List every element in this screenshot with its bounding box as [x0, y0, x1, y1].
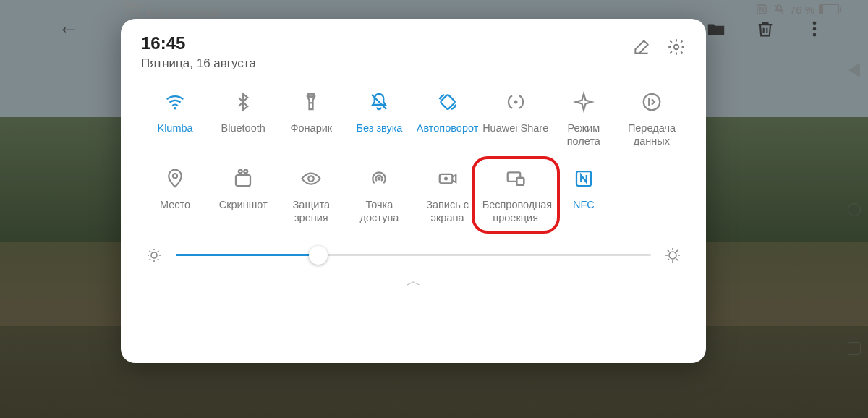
nfc-icon — [571, 166, 596, 191]
svg-point-5 — [813, 33, 817, 37]
tile-airplane[interactable]: Режим полета — [550, 87, 618, 150]
brightness-high-icon — [664, 247, 681, 264]
tile-label: Huawei Share — [482, 121, 548, 135]
gear-icon[interactable] — [667, 38, 686, 56]
nav-back-icon[interactable] — [848, 63, 860, 77]
svg-point-4 — [813, 27, 817, 31]
svg-point-13 — [173, 174, 177, 178]
tile-label: Автоповорот — [417, 121, 479, 135]
trash-icon[interactable] — [755, 19, 775, 39]
brightness-slider[interactable] — [141, 247, 686, 264]
nav-recent-icon[interactable] — [848, 342, 861, 355]
eyecare-icon — [299, 166, 323, 191]
svg-point-7 — [174, 107, 176, 110]
tile-location[interactable]: Место — [141, 163, 209, 227]
svg-point-9 — [310, 102, 312, 104]
huaweishare-icon — [503, 90, 528, 114]
svg-point-26 — [669, 252, 676, 259]
tile-label: NFC — [573, 198, 595, 211]
svg-point-20 — [444, 177, 448, 181]
folder-icon[interactable] — [706, 19, 726, 39]
tile-label: Режим полета — [550, 121, 617, 148]
quick-settings-panel: 16:45 Пятница, 16 августа KlumbaBluetoot… — [121, 19, 706, 363]
tile-label: Klumba — [157, 121, 192, 135]
more-icon[interactable] — [804, 19, 825, 39]
tile-label: Место — [160, 198, 190, 211]
panel-date: Пятница, 16 августа — [141, 56, 256, 71]
tile-huaweishare[interactable]: Huawei Share — [482, 87, 550, 150]
bluetooth-icon — [231, 90, 255, 114]
svg-point-6 — [674, 45, 679, 50]
tile-bluetooth[interactable]: Bluetooth — [209, 87, 277, 150]
tile-label: Защита зрения — [278, 198, 344, 224]
tile-flashlight[interactable]: Фонарик — [277, 87, 345, 150]
tile-data[interactable]: Передача данных — [618, 87, 686, 150]
svg-point-11 — [514, 101, 517, 104]
expand-chevron-icon[interactable]: ︿ — [407, 271, 421, 291]
mute-icon — [367, 90, 391, 114]
tile-eyecare[interactable]: Защита зрения — [277, 163, 345, 227]
svg-rect-14 — [236, 175, 250, 186]
brightness-track[interactable] — [176, 254, 651, 256]
screenshot-icon — [231, 166, 255, 191]
svg-point-3 — [813, 22, 817, 25]
tile-label: Точка доступа — [346, 198, 412, 224]
location-icon — [163, 166, 187, 191]
airplane-icon — [571, 90, 596, 114]
svg-rect-22 — [516, 178, 524, 185]
tile-screenrec[interactable]: Запись с экрана — [414, 163, 482, 227]
screenrec-icon — [435, 166, 460, 191]
panel-time: 16:45 — [141, 33, 256, 54]
flashlight-icon — [299, 90, 323, 114]
tile-label: Скриншот — [219, 198, 268, 211]
edit-icon[interactable] — [632, 38, 651, 56]
cast-icon — [503, 166, 528, 191]
tile-autorotate[interactable]: Автоповорот — [414, 87, 482, 150]
svg-point-18 — [378, 177, 381, 181]
tile-label: Запись с экрана — [414, 198, 481, 224]
back-arrow-icon[interactable]: ← — [58, 17, 80, 41]
tiles-grid: KlumbaBluetoothФонарикБез звукаАвтоповор… — [141, 87, 686, 228]
tile-hotspot[interactable]: Точка доступа — [345, 163, 413, 227]
hotspot-icon — [367, 166, 391, 191]
svg-point-25 — [151, 252, 157, 258]
svg-point-12 — [644, 94, 660, 111]
data-icon — [639, 90, 664, 114]
tile-label: Без звука — [356, 121, 402, 135]
system-nav-bar — [841, 0, 868, 418]
nav-home-icon[interactable] — [848, 203, 861, 216]
tile-label: Bluetooth — [221, 121, 265, 135]
svg-point-17 — [309, 176, 315, 182]
tile-wifi[interactable]: Klumba — [141, 87, 209, 150]
brightness-thumb[interactable] — [309, 246, 328, 265]
tile-mute[interactable]: Без звука — [345, 87, 413, 150]
wifi-icon — [163, 90, 187, 114]
tile-label: Фонарик — [290, 121, 332, 135]
tile-cast[interactable]: Беспроводная проекция — [482, 163, 550, 227]
autorotate-icon — [435, 90, 460, 114]
tile-label: Беспроводная проекция — [482, 198, 549, 224]
brightness-low-icon — [145, 247, 163, 264]
tile-screenshot[interactable]: Скриншот — [209, 163, 277, 227]
tile-label: Передача данных — [618, 121, 685, 148]
tile-nfc[interactable]: NFC — [550, 163, 618, 227]
